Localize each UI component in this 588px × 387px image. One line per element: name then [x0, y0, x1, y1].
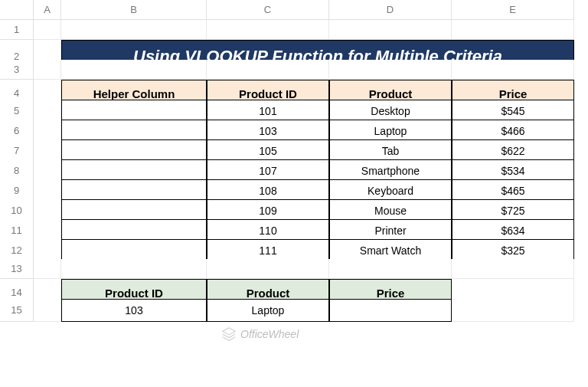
lookup-product-cell[interactable]: Laptop — [207, 299, 329, 322]
cell[interactable] — [207, 60, 329, 80]
corner-cell[interactable] — [0, 0, 34, 20]
cell[interactable] — [34, 299, 61, 322]
cell[interactable] — [34, 60, 61, 80]
cell[interactable] — [329, 60, 452, 80]
col-header-D[interactable]: D — [329, 0, 452, 20]
col-header-B[interactable]: B — [61, 0, 207, 20]
col-header-E[interactable]: E — [452, 0, 574, 20]
lookup-price-cell[interactable] — [329, 299, 452, 322]
cell[interactable] — [207, 20, 329, 40]
cell[interactable] — [61, 259, 207, 279]
cell[interactable] — [452, 299, 574, 322]
col-header-A[interactable]: A — [34, 0, 61, 20]
cell[interactable] — [207, 259, 329, 279]
cell[interactable] — [452, 259, 574, 279]
row-header-1[interactable]: 1 — [0, 20, 34, 40]
lookup-id-cell[interactable]: 103 — [61, 299, 207, 322]
cell[interactable] — [61, 20, 207, 40]
row-header-13[interactable]: 13 — [0, 259, 34, 279]
cell[interactable] — [452, 20, 574, 40]
cell[interactable] — [329, 20, 452, 40]
spreadsheet-grid[interactable]: A B C D E 1 2 Using VLOOKUP Function for… — [0, 0, 588, 319]
row-header-15[interactable]: 15 — [0, 299, 34, 322]
cell[interactable] — [329, 259, 452, 279]
watermark: OfficeWheel — [220, 326, 299, 343]
col-header-C[interactable]: C — [207, 0, 329, 20]
cell[interactable] — [452, 60, 574, 80]
logo-icon — [220, 326, 237, 343]
row-header-3[interactable]: 3 — [0, 60, 34, 80]
cell[interactable] — [61, 60, 207, 80]
svg-marker-0 — [223, 328, 236, 335]
watermark-text: OfficeWheel — [240, 328, 299, 340]
cell[interactable] — [34, 20, 61, 40]
cell[interactable] — [34, 259, 61, 279]
